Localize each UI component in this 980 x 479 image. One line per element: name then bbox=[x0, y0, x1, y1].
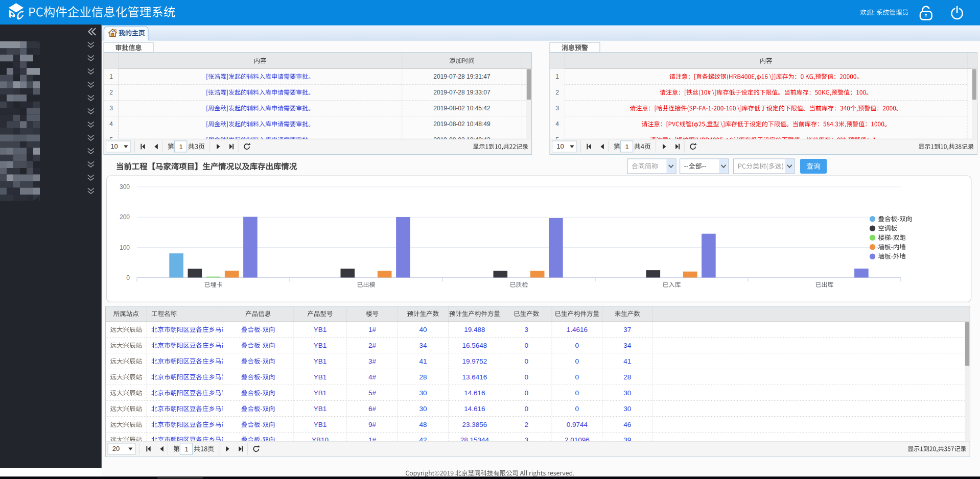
svg-text:0: 0 bbox=[575, 389, 579, 397]
svg-text:20: 20 bbox=[112, 445, 120, 452]
svg-text:3#: 3# bbox=[368, 357, 377, 365]
svg-text:0: 0 bbox=[524, 373, 528, 381]
svg-text:YB1: YB1 bbox=[314, 373, 327, 381]
svg-text:2019-08-02 10:45:42: 2019-08-02 10:45:42 bbox=[433, 105, 491, 112]
svg-text:41: 41 bbox=[419, 357, 427, 365]
svg-text:28: 28 bbox=[419, 373, 427, 381]
svg-text:41: 41 bbox=[623, 357, 631, 365]
svg-text:2: 2 bbox=[524, 421, 528, 428]
svg-text:19.488: 19.488 bbox=[464, 326, 485, 333]
svg-text:2#: 2# bbox=[368, 342, 377, 349]
svg-text:0: 0 bbox=[575, 405, 579, 413]
svg-text:0: 0 bbox=[524, 357, 528, 365]
svg-text:1: 1 bbox=[555, 73, 559, 80]
svg-text:28: 28 bbox=[623, 373, 631, 381]
svg-text:2019-08-02 10:48:49: 2019-08-02 10:48:49 bbox=[433, 121, 491, 128]
svg-text:1#: 1# bbox=[368, 326, 377, 333]
svg-text:2: 2 bbox=[555, 89, 559, 96]
svg-text:48: 48 bbox=[419, 421, 427, 428]
svg-text:6#: 6# bbox=[368, 405, 377, 413]
svg-text:0: 0 bbox=[575, 342, 579, 349]
svg-text:1: 1 bbox=[184, 445, 188, 453]
svg-text:YB1: YB1 bbox=[314, 357, 327, 365]
svg-text:1: 1 bbox=[109, 73, 113, 80]
svg-text:30: 30 bbox=[623, 405, 631, 413]
svg-text:1.4616: 1.4616 bbox=[567, 326, 588, 333]
svg-text:1: 1 bbox=[625, 143, 628, 151]
svg-text:3: 3 bbox=[109, 105, 113, 112]
svg-text:14.616: 14.616 bbox=[464, 389, 485, 397]
svg-text:2019-07-28 19:33:07: 2019-07-28 19:33:07 bbox=[433, 89, 491, 96]
svg-text:0: 0 bbox=[524, 389, 528, 397]
svg-text:5#: 5# bbox=[368, 389, 377, 397]
svg-text:200: 200 bbox=[120, 213, 130, 221]
svg-text:0: 0 bbox=[575, 357, 579, 365]
svg-text:YB1: YB1 bbox=[314, 389, 327, 397]
svg-text:0.9744: 0.9744 bbox=[567, 421, 588, 428]
svg-text:9#: 9# bbox=[368, 421, 377, 428]
svg-text:0: 0 bbox=[524, 342, 528, 349]
svg-text:3: 3 bbox=[524, 326, 528, 333]
svg-text:40: 40 bbox=[419, 326, 427, 333]
svg-text:16.5648: 16.5648 bbox=[462, 342, 487, 349]
svg-text:30: 30 bbox=[419, 405, 427, 413]
svg-text:10: 10 bbox=[556, 142, 564, 150]
svg-text:2: 2 bbox=[109, 89, 113, 96]
svg-text:YB1: YB1 bbox=[314, 405, 327, 413]
svg-text:4: 4 bbox=[555, 121, 559, 128]
svg-text:14.616: 14.616 bbox=[464, 405, 485, 413]
svg-text:YB1: YB1 bbox=[314, 326, 327, 333]
svg-text:46: 46 bbox=[623, 421, 631, 428]
svg-text:19.9752: 19.9752 bbox=[462, 357, 487, 365]
svg-text:100: 100 bbox=[120, 244, 130, 251]
svg-text:13.6416: 13.6416 bbox=[462, 373, 487, 381]
svg-text:300: 300 bbox=[120, 183, 130, 190]
svg-text:34: 34 bbox=[623, 342, 632, 349]
svg-text:10: 10 bbox=[110, 142, 118, 150]
svg-text:YB1: YB1 bbox=[314, 342, 327, 349]
svg-text:30: 30 bbox=[623, 389, 631, 397]
svg-text:37: 37 bbox=[623, 326, 631, 333]
svg-text:23.3856: 23.3856 bbox=[462, 421, 487, 428]
svg-text:4#: 4# bbox=[368, 373, 377, 381]
svg-text:YB1: YB1 bbox=[314, 421, 327, 428]
svg-text:4: 4 bbox=[109, 121, 113, 128]
svg-text:34: 34 bbox=[419, 342, 427, 349]
svg-text:3: 3 bbox=[555, 105, 559, 112]
svg-text:0: 0 bbox=[575, 373, 579, 381]
svg-text:0: 0 bbox=[524, 405, 528, 413]
svg-text:0: 0 bbox=[126, 274, 130, 281]
svg-text:1: 1 bbox=[179, 143, 182, 151]
svg-text:2019-07-28 19:31:47: 2019-07-28 19:31:47 bbox=[433, 73, 491, 80]
svg-text:30: 30 bbox=[419, 389, 427, 397]
